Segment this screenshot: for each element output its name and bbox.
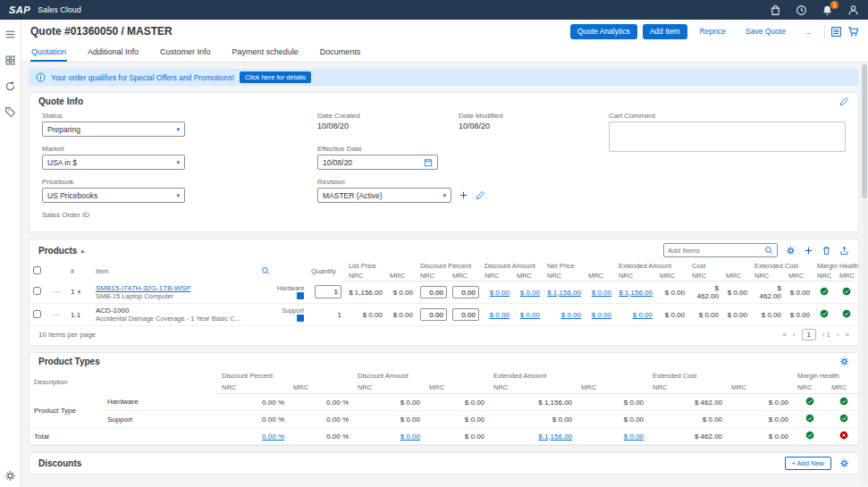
prev-page-icon[interactable]: ‹ bbox=[793, 331, 796, 339]
tab-payment-schedule[interactable]: Payment schedule bbox=[232, 43, 299, 62]
collapse-products-icon[interactable]: ▴ bbox=[80, 247, 84, 255]
margin-health-header: Margin Health bbox=[793, 370, 861, 382]
discount-amount-nrc-link[interactable]: $ 0.00 bbox=[481, 281, 513, 304]
net-price-nrc-link[interactable]: $ 0.00 bbox=[544, 304, 585, 326]
history-clock-icon[interactable] bbox=[796, 4, 807, 16]
net-price-mrc-link[interactable]: $ 0.00 bbox=[585, 281, 615, 304]
product-type-tag: Hardware bbox=[277, 285, 304, 291]
mrc-subheader: MRC bbox=[727, 382, 793, 394]
effective-date-label: Effective Date bbox=[317, 145, 602, 153]
product-link[interactable]: SMB15-I747H-32G-1TB-WSP bbox=[96, 284, 270, 292]
save-quote-button[interactable]: Save Quote bbox=[738, 24, 793, 39]
total-discount-amount-nrc-link[interactable]: $ 0.00 bbox=[353, 428, 425, 445]
edit-revision-icon[interactable] bbox=[476, 190, 485, 200]
tab-customer-info[interactable]: Customer Info bbox=[159, 43, 212, 62]
extended-amount-nrc-link[interactable]: $ 1,156.00 bbox=[615, 281, 656, 304]
discount-percent-nrc-input[interactable] bbox=[420, 308, 447, 321]
cost-mrc: $ 0.00 bbox=[722, 281, 751, 304]
reprice-button[interactable]: Reprice bbox=[693, 24, 733, 39]
pagination: « ‹ 1 / 1 › » bbox=[782, 329, 849, 340]
shopping-bag-icon[interactable] bbox=[770, 4, 781, 16]
add-row-plus-icon[interactable] bbox=[804, 246, 813, 256]
edit-quote-info-icon[interactable] bbox=[839, 97, 849, 106]
add-items-search[interactable] bbox=[663, 243, 778, 257]
table-settings-gear-icon[interactable] bbox=[839, 357, 849, 366]
left-sidebar bbox=[0, 20, 21, 487]
scrollbar-thumb[interactable] bbox=[862, 64, 867, 198]
last-page-icon[interactable]: » bbox=[846, 331, 849, 339]
more-actions-button[interactable]: ... bbox=[798, 24, 819, 39]
market-select[interactable]: USA in $ ▾ bbox=[42, 155, 185, 170]
total-extended-amount-mrc-link[interactable]: $ 0.00 bbox=[577, 428, 648, 445]
margin-health-header: Margin Health bbox=[813, 261, 858, 271]
worklist-icon[interactable] bbox=[830, 26, 842, 38]
extended-amount-nrc-link[interactable]: $ 0.00 bbox=[615, 304, 656, 326]
add-items-search-input[interactable] bbox=[668, 247, 762, 255]
sidebar-refresh-icon[interactable] bbox=[4, 80, 16, 92]
quote-analytics-button[interactable]: Quote Analytics bbox=[570, 24, 637, 39]
row-select-checkbox[interactable] bbox=[33, 287, 41, 295]
extended-amount-header: Extended Amount bbox=[489, 370, 648, 382]
settings-gear-icon[interactable] bbox=[4, 470, 16, 482]
product-types-panel: Product Types bbox=[29, 352, 859, 446]
product-type-icon[interactable] bbox=[297, 315, 304, 322]
discount-amount-nrc-link[interactable]: $ 0.00 bbox=[481, 304, 513, 326]
delete-trash-icon[interactable] bbox=[822, 246, 831, 256]
cart-icon[interactable] bbox=[847, 26, 859, 38]
table-settings-gear-icon[interactable] bbox=[839, 458, 849, 468]
effective-date-input[interactable]: 10/08/20 bbox=[317, 155, 438, 170]
product-type-icon[interactable] bbox=[297, 292, 304, 299]
quantity-input[interactable] bbox=[315, 285, 341, 298]
export-icon[interactable] bbox=[839, 246, 849, 256]
discount-percent-mrc-input[interactable] bbox=[452, 286, 479, 298]
status-select[interactable]: Preparing ▾ bbox=[42, 122, 185, 137]
row-actions-button[interactable]: ⋯ bbox=[49, 281, 67, 304]
notifications-bell-icon[interactable]: 1 bbox=[822, 4, 833, 16]
items-per-page[interactable]: 10 items per page bbox=[38, 331, 96, 339]
sidebar-grid-icon[interactable] bbox=[4, 55, 16, 66]
add-revision-icon[interactable] bbox=[459, 190, 468, 200]
margin-ok-icon bbox=[820, 290, 829, 298]
discount-percent-nrc-input[interactable] bbox=[420, 286, 447, 298]
product-type-row-hardware: Product Type Hardware 0.00 % 0.00 % $ 0.… bbox=[29, 394, 861, 411]
market-field: Market USA in $ ▾ bbox=[42, 145, 310, 170]
net-price-mrc-link[interactable]: $ 0.00 bbox=[585, 304, 615, 326]
sidebar-tag-icon[interactable] bbox=[4, 106, 16, 118]
current-page-input[interactable]: 1 bbox=[802, 329, 816, 340]
vertical-scrollbar[interactable] bbox=[862, 64, 867, 485]
discount-percent-mrc-input[interactable] bbox=[452, 308, 479, 321]
extended-cost-nrc: $ 0.00 bbox=[751, 304, 785, 326]
sidebar-list-icon[interactable] bbox=[4, 29, 16, 40]
pricebook-select[interactable]: US Pricebooks ▾ bbox=[42, 188, 185, 203]
table-settings-gear-icon[interactable] bbox=[786, 246, 796, 256]
total-extended-amount-nrc-link[interactable]: $ 1,156.00 bbox=[489, 428, 577, 445]
pricebook-value: US Pricebooks bbox=[47, 191, 97, 200]
tab-quotation[interactable]: Quotation bbox=[30, 43, 67, 62]
next-page-icon[interactable]: › bbox=[837, 331, 839, 339]
cart-comment-input[interactable] bbox=[609, 122, 846, 152]
promo-details-button[interactable]: Click here for details bbox=[240, 71, 311, 83]
total-discount-percent-nrc-link[interactable]: 0.00 % bbox=[217, 428, 289, 445]
row-select-checkbox[interactable] bbox=[33, 310, 41, 318]
chevron-down-icon: ▾ bbox=[176, 159, 180, 166]
user-profile-icon[interactable] bbox=[847, 4, 859, 16]
add-item-button[interactable]: Add Item bbox=[643, 24, 687, 39]
tab-documents[interactable]: Documents bbox=[319, 43, 362, 62]
tab-additional-info[interactable]: Additional Info bbox=[87, 43, 139, 62]
row-actions-button[interactable]: ⋯ bbox=[49, 304, 67, 326]
discount-amount-mrc-link[interactable]: $ 0.00 bbox=[513, 281, 544, 304]
date-modified-label: Date Modified bbox=[459, 112, 602, 120]
first-page-icon[interactable]: « bbox=[782, 331, 786, 339]
net-price-nrc-link[interactable]: $ 1,156.00 bbox=[544, 281, 585, 304]
extended-amount-nrc: $ 1,156.00 bbox=[489, 394, 577, 411]
revision-select[interactable]: MASTER (Active) ▾ bbox=[317, 188, 451, 203]
add-discount-button[interactable]: + Add New bbox=[785, 457, 831, 470]
chevron-down-icon: ▾ bbox=[442, 192, 446, 199]
discount-amount-mrc-link[interactable]: $ 0.00 bbox=[513, 304, 544, 326]
item-search-icon[interactable] bbox=[261, 266, 270, 275]
item-column-header: Item bbox=[92, 261, 274, 281]
select-all-checkbox[interactable] bbox=[33, 266, 41, 274]
extended-amount-mrc: $ 0.00 bbox=[656, 304, 688, 326]
expand-row-icon[interactable]: ▼ bbox=[76, 290, 81, 295]
list-price-mrc: $ 0.00 bbox=[386, 281, 417, 304]
